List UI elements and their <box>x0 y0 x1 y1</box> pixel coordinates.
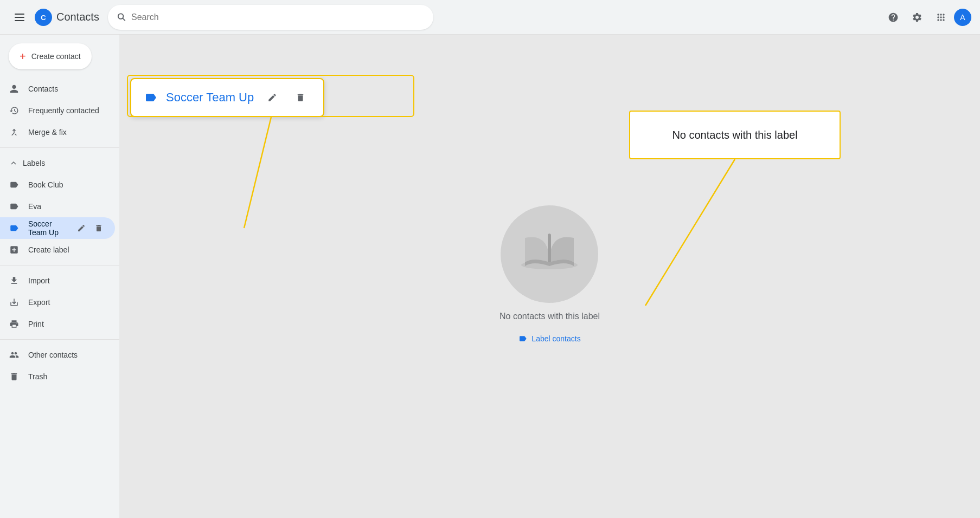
search-input[interactable] <box>131 12 425 22</box>
sidebar-item-export[interactable]: Export <box>0 292 115 313</box>
sidebar-item-merge-fix[interactable]: Merge & fix <box>0 121 115 143</box>
annotation-text-no-contacts: No contacts with this label <box>672 129 797 141</box>
merge-icon <box>9 127 20 138</box>
settings-button[interactable] <box>906 7 928 28</box>
edit-label-inline-button[interactable] <box>74 221 89 236</box>
chevron-up-icon <box>9 158 18 168</box>
eva-label: Eva <box>28 202 106 211</box>
other-contacts-label: Other contacts <box>28 351 106 359</box>
person-icon <box>9 83 20 94</box>
label-icon-book-club <box>9 179 20 190</box>
sidebar-item-contacts[interactable]: Contacts <box>0 78 115 100</box>
plus-icon: + <box>20 50 26 63</box>
app-title: Contacts <box>56 11 99 23</box>
import-label: Import <box>28 276 106 285</box>
layout: + Create contact Contacts Frequently con… <box>0 35 980 518</box>
sidebar-item-trash[interactable]: Trash <box>0 366 115 387</box>
sidebar-item-frequently-contacted[interactable]: Frequently contacted <box>0 100 115 121</box>
divider-1 <box>0 147 119 148</box>
delete-label-inline-button[interactable] <box>91 221 106 236</box>
sidebar-item-eva[interactable]: Eva <box>0 196 115 217</box>
frequently-contacted-label: Frequently contacted <box>28 106 106 115</box>
empty-illustration <box>501 205 598 303</box>
trash-icon <box>9 371 20 382</box>
history-icon <box>9 105 20 116</box>
create-contact-label: Create contact <box>31 52 81 61</box>
create-contact-button[interactable]: + Create contact <box>9 43 92 69</box>
labels-header[interactable]: Labels <box>0 152 119 174</box>
empty-state: No contacts with this label Label contac… <box>499 205 600 347</box>
topbar: C Contacts A <box>0 0 980 35</box>
print-icon <box>9 319 20 329</box>
other-contacts-icon <box>9 349 20 360</box>
sidebar-item-print[interactable]: Print <box>0 313 115 335</box>
app-logo: C Contacts <box>35 9 99 26</box>
label-icon-soccer <box>9 223 20 234</box>
soccer-team-label: Soccer Team Up <box>28 219 65 237</box>
svg-text:C: C <box>41 14 46 22</box>
sidebar-item-create-label[interactable]: Create label <box>0 239 115 261</box>
search-bar[interactable] <box>108 5 433 30</box>
divider-3 <box>0 339 119 340</box>
book-club-label: Book Club <box>28 180 106 189</box>
search-icon <box>117 12 127 23</box>
sidebar-item-import[interactable]: Import <box>0 270 115 292</box>
create-label-icon <box>9 244 20 255</box>
sidebar-item-soccer-team-up[interactable]: Soccer Team Up <box>0 217 115 239</box>
label-header-bar: Soccer Team Up <box>130 78 324 117</box>
logo-icon: C <box>35 9 52 26</box>
contacts-label: Contacts <box>28 85 106 93</box>
trash-label: Trash <box>28 372 106 381</box>
menu-button[interactable] <box>9 7 30 28</box>
import-icon <box>9 275 20 286</box>
merge-fix-label: Merge & fix <box>28 128 106 137</box>
sidebar-item-other-contacts[interactable]: Other contacts <box>0 344 115 366</box>
svg-line-6 <box>244 117 271 228</box>
delete-label-button[interactable] <box>291 88 310 107</box>
help-button[interactable] <box>882 7 904 28</box>
annotation-box-no-contacts: No contacts with this label <box>629 111 841 159</box>
label-header-name: Soccer Team Up <box>166 90 254 105</box>
apps-button[interactable] <box>930 7 952 28</box>
label-contacts-button[interactable]: Label contacts <box>510 330 589 347</box>
labels-title: Labels <box>23 159 45 167</box>
avatar[interactable]: A <box>954 9 971 26</box>
svg-line-7 <box>645 159 735 306</box>
export-icon <box>9 297 20 308</box>
svg-rect-2 <box>15 20 24 21</box>
label-inline-actions <box>74 221 106 236</box>
svg-rect-1 <box>15 17 24 18</box>
create-label-nav-label: Create label <box>28 245 106 254</box>
main-content: Soccer Team Up <box>119 35 980 518</box>
sidebar: + Create contact Contacts Frequently con… <box>0 35 119 518</box>
label-header-tag-icon <box>144 91 157 104</box>
print-label: Print <box>28 320 106 328</box>
label-contacts-btn-text: Label contacts <box>531 334 580 343</box>
topbar-actions: A <box>882 7 971 28</box>
label-icon-eva <box>9 201 20 212</box>
edit-label-button[interactable] <box>262 88 282 107</box>
empty-state-message: No contacts with this label <box>499 312 600 321</box>
divider-2 <box>0 265 119 266</box>
sidebar-item-book-club[interactable]: Book Club <box>0 174 115 196</box>
svg-rect-0 <box>15 14 24 15</box>
export-label: Export <box>28 298 106 307</box>
